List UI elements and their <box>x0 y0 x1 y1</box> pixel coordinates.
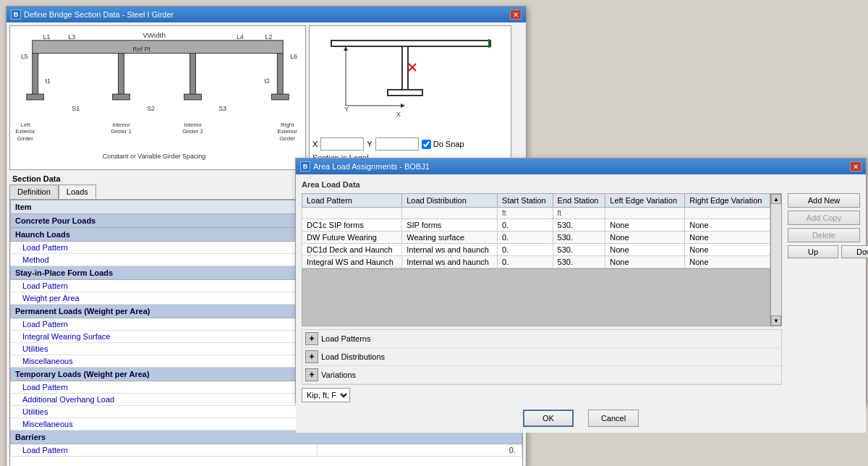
tab-definition[interactable]: Definition <box>9 185 59 199</box>
svg-text:Interior: Interior <box>184 122 202 128</box>
svg-text:S3: S3 <box>218 105 226 112</box>
area-load-action-buttons: Add New Add Copy Delete Up Down <box>788 193 860 402</box>
bridge-close-button[interactable]: ✕ <box>510 9 522 20</box>
load-patterns-expandable[interactable]: + Load Patterns <box>302 330 781 348</box>
svg-text:Girder 2: Girder 2 <box>182 129 203 135</box>
section-svg: Y X <box>310 26 512 135</box>
do-snap-label[interactable]: Do Snap <box>422 140 464 149</box>
svg-rect-33 <box>331 41 490 46</box>
ala-col-endstation: End Station <box>553 194 605 208</box>
table-inner: Load Pattern Load Distribution Start Sta… <box>302 193 770 326</box>
load-distributions-label: Load Distributions <box>321 352 385 361</box>
x-input[interactable] <box>320 137 364 151</box>
scroll-up-arrow[interactable]: ▲ <box>771 194 781 204</box>
svg-text:Y: Y <box>344 106 349 113</box>
coords-bar: X Y Do Snap <box>310 136 511 152</box>
svg-rect-12 <box>113 94 130 100</box>
bridge-titlebar: B Define Bridge Section Data - Steel I G… <box>7 7 526 22</box>
table-item-cell: Miscellaneous <box>11 418 318 431</box>
area-load-data-label: Area Load Data <box>302 180 860 189</box>
svg-rect-16 <box>271 94 289 100</box>
area-load-cancel-button[interactable]: Cancel <box>588 410 639 427</box>
variations-label: Variations <box>321 370 356 379</box>
svg-text:Constant or Variable Girder Sp: Constant or Variable Girder Spacing <box>103 153 205 160</box>
bridge-diagram: VWidth L1 L2 L3 L4 Ref Pt L5 L6 <box>9 25 306 170</box>
table-scrollbar[interactable]: ▲ ▼ <box>770 193 782 326</box>
table-item-cell: Miscellaneous <box>11 355 318 368</box>
al-left-edge: None <box>605 219 685 232</box>
svg-text:X: X <box>396 111 401 118</box>
al-load-dist: SIP forms <box>402 219 498 232</box>
unit-dropdown[interactable]: Kip, ft, F <box>302 388 350 402</box>
svg-text:t2: t2 <box>265 77 270 85</box>
table-item-cell: Method <box>11 254 318 266</box>
svg-text:Right: Right <box>281 122 294 128</box>
al-start-station: 0. <box>498 219 553 232</box>
area-load-table-area: Load Pattern Load Distribution Start Sta… <box>302 193 782 402</box>
table-item-cell: Additional Overhang Load <box>11 394 318 406</box>
x-label: X <box>312 140 318 148</box>
bridge-svg: VWidth L1 L2 L3 L4 Ref Pt L5 L6 <box>10 26 305 169</box>
svg-text:L2: L2 <box>265 33 273 41</box>
al-load-dist: Wearing surface <box>402 232 498 244</box>
al-right-edge: None <box>685 256 770 268</box>
area-load-window: B Area Load Assignments - BOBJ1 ✕ Area L… <box>295 158 867 404</box>
svg-text:Interior: Interior <box>112 122 130 128</box>
al-end-station: 530. <box>553 232 605 244</box>
al-load-pattern: DC1d Deck and Haunch <box>302 244 402 256</box>
y-input[interactable] <box>375 137 419 151</box>
svg-text:VWidth: VWidth <box>142 31 166 39</box>
area-load-close-button[interactable]: ✕ <box>850 161 861 171</box>
al-start-station: 0. <box>498 256 553 268</box>
svg-text:L5: L5 <box>21 53 28 60</box>
table-item-cell: Utilities <box>11 343 318 355</box>
svg-rect-35 <box>402 46 408 90</box>
up-button[interactable]: Up <box>788 245 838 258</box>
svg-text:S2: S2 <box>147 105 155 112</box>
variations-expandable[interactable]: + Variations <box>302 366 781 384</box>
al-load-pattern: DW Future Wearing <box>302 232 402 244</box>
table-item-cell: Load Pattern <box>11 242 318 254</box>
down-button[interactable]: Down <box>841 245 868 258</box>
scroll-down-arrow[interactable]: ▼ <box>771 315 781 326</box>
table-item-cell: Weight per Area <box>11 292 318 305</box>
table-value-cell[interactable]: 0. <box>318 444 522 457</box>
unit-loadpattern <box>302 208 402 219</box>
unit-loaddist <box>402 208 498 219</box>
table-item-cell: Load Pattern <box>11 318 318 331</box>
svg-text:Ref Pt: Ref Pt <box>132 46 150 53</box>
al-right-edge: None <box>685 244 770 256</box>
y-label: Y <box>367 140 372 148</box>
ala-col-leftedge: Left Edge Variation <box>605 194 685 208</box>
variations-plus[interactable]: + <box>305 368 318 381</box>
add-copy-button[interactable]: Add Copy <box>788 211 860 225</box>
table-item-cell: Integral Wearing Surface <box>11 331 318 343</box>
table-item-cell: Load Pattern <box>11 381 318 394</box>
area-load-bottom-buttons: OK Cancel <box>302 410 860 427</box>
load-distributions-plus[interactable]: + <box>305 350 318 363</box>
col-item: Item <box>11 200 318 214</box>
svg-text:L1: L1 <box>43 33 51 41</box>
delete-button[interactable]: Delete <box>788 228 860 242</box>
load-distributions-expandable[interactable]: + Load Distributions <box>302 348 781 366</box>
area-load-icon: B <box>300 161 310 171</box>
svg-text:Girder: Girder <box>17 135 33 142</box>
add-new-button[interactable]: Add New <box>788 193 860 208</box>
load-patterns-plus[interactable]: + <box>305 332 318 345</box>
al-left-edge: None <box>605 244 685 256</box>
al-right-edge: None <box>685 232 770 244</box>
area-load-ok-button[interactable]: OK <box>523 410 574 427</box>
up-down-container: Up Down <box>788 245 860 258</box>
svg-text:L4: L4 <box>237 33 244 41</box>
svg-rect-36 <box>388 90 422 96</box>
ala-col-loadpattern: Load Pattern <box>302 194 402 208</box>
tab-loads[interactable]: Loads <box>59 185 96 199</box>
unit-endstation: ft <box>553 208 605 219</box>
al-start-station: 0. <box>498 244 553 256</box>
svg-rect-15 <box>277 54 283 96</box>
ala-col-loaddist: Load Distribution <box>402 194 498 208</box>
svg-text:S1: S1 <box>72 105 80 112</box>
svg-rect-11 <box>119 54 124 96</box>
do-snap-checkbox[interactable] <box>422 140 431 149</box>
al-left-edge: None <box>605 232 685 244</box>
